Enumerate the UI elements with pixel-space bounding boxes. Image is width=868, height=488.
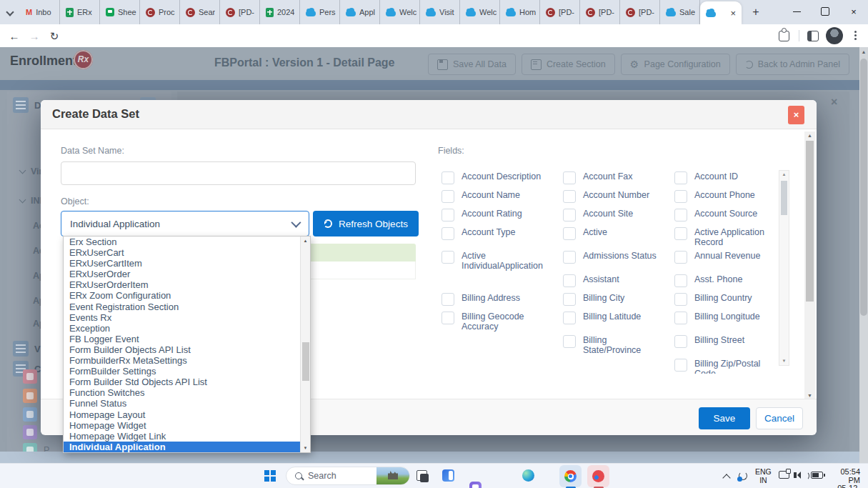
language-indicator[interactable]: ENG IN: [755, 468, 772, 484]
dropdown-scrollbar-thumb[interactable]: [302, 342, 309, 381]
forward-button[interactable]: →: [26, 28, 43, 45]
dropdown-option[interactable]: Exception: [64, 323, 310, 334]
dropdown-option[interactable]: ERxUserOrder: [64, 269, 310, 279]
browser-tab[interactable]: ERx: [60, 0, 100, 24]
modal-scrollbar-thumb[interactable]: [806, 141, 814, 302]
dropdown-option[interactable]: ERx Zoom Configuration: [64, 290, 310, 301]
browser-tab[interactable]: Appl: [340, 0, 380, 24]
browser-tab[interactable]: Sear: [180, 0, 220, 24]
header-button-back-to-admin-panel[interactable]: Back to Admin Panel: [736, 54, 849, 75]
dropdown-option[interactable]: Funnel Status: [64, 398, 310, 409]
checkbox[interactable]: [563, 251, 576, 264]
browser-tab[interactable]: [PD-: [620, 0, 660, 24]
checkbox[interactable]: [674, 251, 687, 264]
checkbox[interactable]: [442, 312, 454, 324]
checkbox[interactable]: [563, 171, 576, 184]
new-tab-button[interactable]: +: [749, 5, 763, 19]
tray-chevron-up-icon[interactable]: [722, 474, 730, 482]
dropdown-option[interactable]: Events Rx: [64, 312, 310, 323]
scroll-up-icon[interactable]: ▲: [859, 49, 868, 56]
browser-tab[interactable]: Hom: [500, 0, 540, 24]
browser-tab[interactable]: Visit: [420, 0, 460, 24]
side-panel-icon[interactable]: [807, 31, 819, 41]
search-daily-image[interactable]: [376, 467, 409, 485]
modal-close-button[interactable]: ×: [788, 106, 804, 124]
browser-tab[interactable]: Proc: [140, 0, 180, 24]
browser-tab[interactable]: [PD-: [580, 0, 620, 24]
checkbox[interactable]: [442, 209, 454, 221]
object-select[interactable]: Individual Application: [61, 211, 309, 236]
dropdown-option[interactable]: Erx Section: [64, 236, 310, 247]
dropdown-option[interactable]: Function Switches: [64, 387, 310, 398]
checkbox[interactable]: [674, 293, 687, 306]
start-button[interactable]: [264, 470, 276, 482]
checkbox[interactable]: [674, 171, 687, 184]
fields-scrollbar[interactable]: ▲ ▼: [779, 170, 789, 366]
snipping-tool-taskbar-button[interactable]: [587, 465, 609, 487]
edge-browser-icon[interactable]: [522, 469, 534, 482]
teams-chat-icon[interactable]: [469, 482, 482, 488]
tab-search-chevron-icon[interactable]: [7, 9, 13, 15]
scroll-up-icon[interactable]: ▲: [779, 171, 789, 179]
checkbox[interactable]: [563, 335, 576, 348]
browser-tab[interactable]: 2024: [260, 0, 300, 24]
back-button[interactable]: ←: [6, 28, 23, 45]
checkbox[interactable]: [674, 227, 687, 240]
profile-avatar[interactable]: [826, 27, 843, 44]
save-button[interactable]: Save: [699, 407, 750, 429]
taskbar-clock[interactable]: 05:54 PM 05-12-2023: [827, 468, 860, 488]
chrome-taskbar-button[interactable]: [559, 465, 582, 487]
page-scrollbar[interactable]: ▲: [859, 47, 868, 463]
checkbox[interactable]: [442, 251, 454, 264]
battery-icon[interactable]: [811, 472, 823, 479]
dropdown-option[interactable]: FormBuilder Settings: [64, 366, 310, 377]
scroll-up-icon[interactable]: ▲: [301, 236, 310, 245]
browser-tab[interactable]: Welc: [380, 0, 420, 24]
dropdown-option[interactable]: Homepage Widget Link: [64, 431, 310, 442]
checkbox[interactable]: [563, 293, 576, 306]
browser-tab[interactable]: Sale: [660, 0, 700, 24]
page-scrollbar-thumb[interactable]: [860, 59, 867, 316]
browser-tab[interactable]: Pers: [300, 0, 340, 24]
checkbox[interactable]: [563, 312, 576, 324]
header-button-create-section[interactable]: Create Section: [522, 54, 615, 75]
checkbox[interactable]: [563, 209, 576, 221]
checkbox[interactable]: [674, 274, 687, 287]
browser-tab[interactable]: Shee: [100, 0, 140, 24]
header-button-save-all-data[interactable]: Save All Data: [428, 54, 516, 75]
tab-close-icon[interactable]: ×: [730, 9, 736, 18]
checkbox[interactable]: [674, 312, 687, 324]
scroll-up-icon[interactable]: ▲: [804, 131, 815, 140]
task-view-icon[interactable]: [416, 470, 427, 481]
reload-button[interactable]: ↻: [46, 28, 63, 45]
window-close-button[interactable]: ×: [839, 0, 868, 23]
dropdown-option[interactable]: Form Builder Std Objects API List: [64, 377, 310, 387]
header-button-page-configuration[interactable]: ⚙Page Configuration: [621, 54, 730, 75]
volume-icon[interactable]: [796, 472, 801, 479]
browser-tab[interactable]: [PD-: [540, 0, 580, 24]
dropdown-option[interactable]: Homepage Layout: [64, 409, 310, 420]
checkbox[interactable]: [674, 359, 687, 372]
dropdown-scrollbar[interactable]: ▲ ▼: [300, 236, 310, 452]
panel-close-icon[interactable]: ×: [831, 96, 837, 109]
sidebar-panel-header[interactable]: V: [13, 341, 41, 357]
sync-status-icon[interactable]: [739, 472, 747, 480]
checkbox[interactable]: [442, 190, 454, 203]
modal-scrollbar[interactable]: ▲ ▼: [804, 131, 815, 400]
refresh-objects-button[interactable]: Refresh Objects: [313, 211, 419, 236]
dropdown-option[interactable]: FB Logger Event: [64, 334, 310, 344]
dropdown-option[interactable]: Homepage Widget: [64, 420, 310, 431]
dropdown-option[interactable]: ERxUserCart: [64, 247, 310, 258]
dropdown-option[interactable]: FormbuilderRx MetaSettings: [64, 355, 310, 366]
checkbox[interactable]: [442, 227, 454, 240]
checkbox[interactable]: [563, 227, 576, 240]
checkbox[interactable]: [563, 190, 576, 203]
checkbox[interactable]: [442, 293, 454, 306]
data-set-name-input[interactable]: [61, 161, 416, 185]
window-minimize-button[interactable]: [782, 0, 811, 23]
scroll-down-icon[interactable]: ▼: [301, 444, 310, 452]
taskbar-search[interactable]: Search: [286, 467, 410, 485]
checkbox[interactable]: [442, 171, 454, 184]
browser-tab[interactable]: [PD-: [220, 0, 260, 24]
browser-menu-icon[interactable]: [854, 31, 857, 33]
